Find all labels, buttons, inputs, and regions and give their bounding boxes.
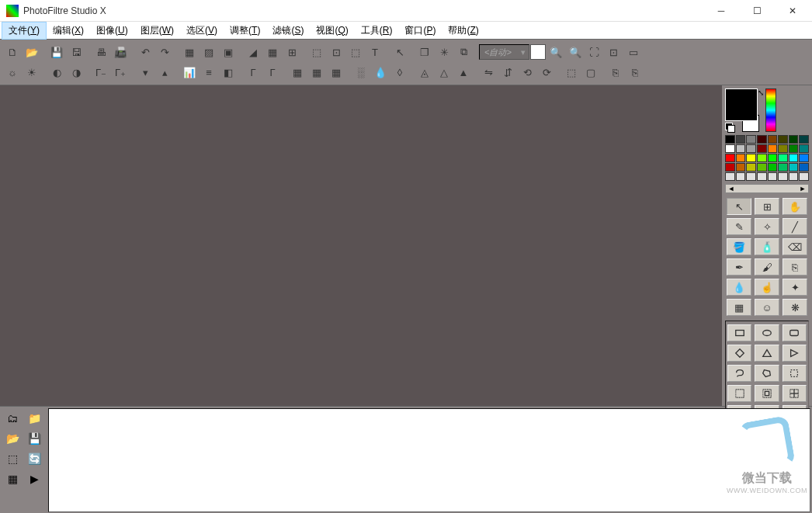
shape-triangle-right[interactable]	[783, 345, 807, 362]
palette-swatch[interactable]	[768, 144, 778, 153]
palette-swatch[interactable]	[778, 135, 788, 144]
automate-icon[interactable]: ⧉	[454, 43, 473, 61]
brightness-icon[interactable]: ◢	[244, 43, 262, 61]
artistic-tool[interactable]: ❋	[783, 299, 807, 316]
selection-all-icon[interactable]: ⊡	[327, 43, 345, 61]
palette-swatch[interactable]	[799, 144, 809, 153]
palette-swatch[interactable]	[746, 144, 756, 153]
palette-swatch[interactable]	[778, 144, 788, 153]
saturation-plus-icon[interactable]: ▴	[155, 63, 174, 81]
grayscale-icon[interactable]: ◧	[219, 63, 238, 81]
menu-selection[interactable]: 选区(V)	[180, 23, 224, 39]
menu-view[interactable]: 视图(Q)	[310, 23, 354, 39]
spray-tool[interactable]: 🧴	[755, 238, 779, 255]
palette-swatch[interactable]	[736, 163, 746, 172]
save-as-icon[interactable]: 🖫	[67, 43, 85, 61]
rotate-left-icon[interactable]: ⟲	[518, 63, 536, 81]
menu-help[interactable]: 帮助(Z)	[442, 23, 484, 39]
contrast-plus-icon[interactable]: ◑	[67, 63, 85, 81]
shape-rounded[interactable]	[783, 324, 807, 341]
print-icon[interactable]: 🖶	[92, 43, 110, 61]
shape-lasso[interactable]	[727, 365, 751, 382]
palette-next[interactable]: ►	[797, 185, 808, 192]
explorer-tree-icon[interactable]: 🗂	[3, 410, 22, 427]
gamma-plus-icon[interactable]: Γ₊	[111, 63, 130, 81]
open-file-icon[interactable]: 📂	[23, 43, 41, 61]
palette-swatch[interactable]	[799, 135, 809, 144]
relief-icon[interactable]: ◬	[415, 63, 434, 81]
background-swatch[interactable]	[530, 44, 546, 60]
contrast-minus-icon[interactable]: ◐	[47, 63, 66, 81]
palette-swatch[interactable]	[757, 135, 767, 144]
palette-swatch[interactable]	[757, 163, 767, 172]
text-icon[interactable]: T	[366, 43, 384, 61]
copy-icon[interactable]: ⎘	[626, 63, 644, 81]
palette-swatch[interactable]	[725, 163, 735, 172]
palette-swatch[interactable]	[746, 154, 756, 162]
explorer-select-icon[interactable]: ⬚	[3, 450, 22, 467]
sharpen-icon[interactable]: ◊	[390, 63, 409, 81]
reset-colors-icon[interactable]	[725, 123, 734, 132]
palette-swatch[interactable]	[757, 154, 767, 162]
blur-icon[interactable]: 💧	[371, 63, 390, 81]
advanced-brush-tool[interactable]: 🖌	[755, 258, 779, 276]
palette-swatch[interactable]	[789, 172, 799, 181]
noise-icon[interactable]: ░	[352, 63, 370, 81]
menu-window[interactable]: 窗口(P)	[398, 23, 442, 39]
histogram-icon[interactable]: 📊	[180, 63, 199, 81]
image-size-icon[interactable]: ▣	[219, 43, 238, 61]
palette-swatch[interactable]	[778, 163, 788, 172]
explorer-folder-icon[interactable]: 📁	[25, 410, 43, 427]
explorer-play-icon[interactable]: ▶	[25, 470, 43, 487]
layer-manager-icon[interactable]: ❐	[415, 43, 434, 61]
palette-swatch[interactable]	[725, 135, 735, 144]
gamma-minus-icon[interactable]: Γ₋	[92, 63, 110, 81]
palette-swatch[interactable]	[799, 172, 809, 181]
explorer-up-icon[interactable]: 📂	[3, 430, 22, 447]
palette-swatch[interactable]	[725, 154, 735, 162]
palette-swatch[interactable]	[746, 163, 756, 172]
menu-edit[interactable]: 编辑(X)	[47, 23, 90, 39]
menu-layer[interactable]: 图层(W)	[134, 23, 180, 39]
dither2-icon[interactable]: ▦	[307, 63, 326, 81]
minimize-button[interactable]: ─	[703, 0, 739, 22]
retouch-tool[interactable]: ☺	[755, 299, 779, 316]
auto-gamma-plus-icon[interactable]: Γ	[263, 63, 282, 81]
palette-swatch[interactable]	[799, 163, 809, 172]
pointer-tool[interactable]: ↖	[727, 198, 751, 215]
eyedropper-tool[interactable]: ✎	[727, 218, 751, 235]
edge-icon[interactable]: ▲	[454, 63, 473, 81]
export-icon[interactable]: ⎘	[606, 63, 625, 81]
palette-swatch[interactable]	[789, 144, 799, 153]
palette-swatch[interactable]	[768, 172, 778, 181]
explorer-save-icon[interactable]: 💾	[25, 430, 43, 447]
move-tool[interactable]: ⊞	[755, 198, 779, 215]
scanner-icon[interactable]: 📠	[111, 43, 130, 61]
wand-tool[interactable]: ✧	[755, 218, 779, 235]
zoom-out-icon[interactable]: 🔍	[566, 43, 585, 61]
shape-marquee3[interactable]	[783, 385, 807, 402]
hand-tool[interactable]: ✋	[783, 198, 807, 215]
palette-swatch[interactable]	[736, 172, 746, 181]
zoom-actual-icon[interactable]: ⊡	[605, 43, 623, 61]
flip-v-icon[interactable]: ⇵	[498, 63, 517, 81]
selection-none-icon[interactable]: ⬚	[346, 43, 365, 61]
brightness-plus-icon[interactable]: ☀	[23, 63, 41, 81]
undo-icon[interactable]: ↶	[136, 43, 154, 61]
crop-icon[interactable]: ⬚	[562, 63, 581, 81]
fill-tool[interactable]: 🪣	[727, 238, 751, 255]
rotate-right-icon[interactable]: ⟳	[537, 63, 556, 81]
shape-polygon[interactable]	[755, 365, 779, 382]
flip-h-icon[interactable]: ⇋	[479, 63, 498, 81]
selection-show-icon[interactable]: ⬚	[307, 43, 326, 61]
palette-swatch[interactable]	[799, 154, 809, 162]
palette-swatch[interactable]	[789, 154, 799, 162]
shape-triangle[interactable]	[755, 345, 779, 362]
close-button[interactable]: ✕	[775, 0, 810, 22]
new-file-icon[interactable]: 🗋	[3, 43, 22, 61]
shape-rectangle[interactable]	[727, 324, 751, 341]
line-tool[interactable]: ╱	[783, 218, 807, 235]
levels-icon[interactable]: ≡	[200, 63, 218, 81]
brightness-minus-icon[interactable]: ☼	[3, 63, 22, 81]
dither3-icon[interactable]: ▦	[327, 63, 345, 81]
